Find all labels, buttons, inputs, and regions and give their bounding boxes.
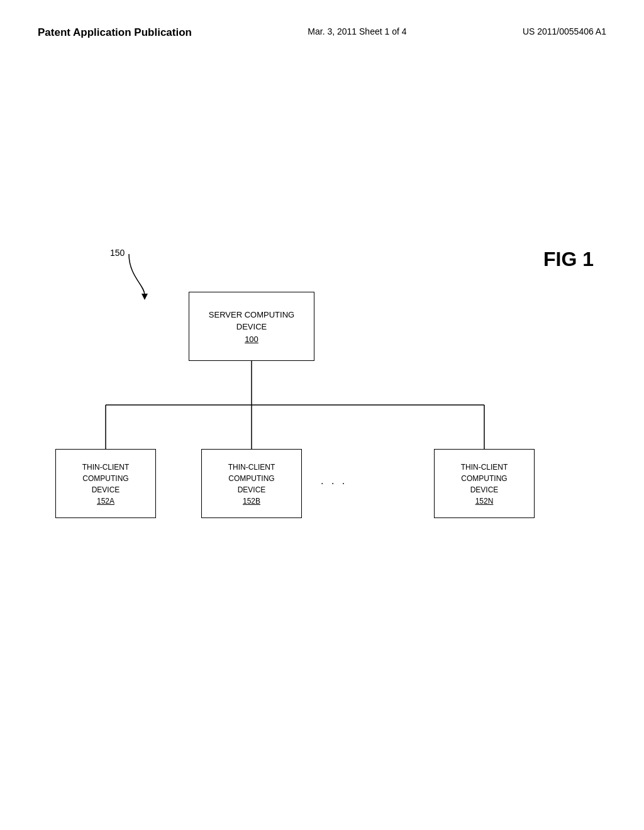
publication-label: Patent Application Publication — [38, 25, 192, 40]
client-b-label-line1: THIN-CLIENT — [228, 462, 275, 473]
figure-label: FIG 1 — [543, 248, 594, 271]
server-label-line1: SERVER COMPUTING — [209, 309, 294, 321]
client-a-label-line2: COMPUTING — [82, 473, 128, 484]
client-b-ref-number: 152B — [243, 497, 260, 506]
client-n-label-line1: THIN-CLIENT — [461, 462, 508, 473]
client-n-label-line2: COMPUTING — [461, 473, 507, 484]
client-b-label-line2: COMPUTING — [228, 473, 274, 484]
client-box-152n: THIN-CLIENT COMPUTING DEVICE 152N — [434, 449, 535, 518]
server-computing-device-box: SERVER COMPUTING DEVICE 100 — [189, 292, 314, 361]
svg-marker-0 — [142, 294, 148, 300]
server-ref-number: 100 — [245, 335, 258, 344]
client-n-label-line3: DEVICE — [470, 484, 499, 495]
connector-lines — [0, 53, 644, 807]
date-sheet-label: Mar. 3, 2011 Sheet 1 of 4 — [308, 25, 406, 38]
client-n-ref-number: 152N — [475, 497, 494, 506]
page-header: Patent Application Publication Mar. 3, 2… — [0, 0, 644, 53]
client-b-label-line3: DEVICE — [238, 484, 266, 495]
server-label-line2: DEVICE — [236, 321, 267, 333]
patent-number-label: US 2011/0055406 A1 — [523, 25, 606, 38]
ref-150-label: 150 — [110, 248, 125, 258]
client-a-label-line3: DEVICE — [92, 484, 120, 495]
arrow-150-svg — [110, 251, 154, 301]
client-a-label-line1: THIN-CLIENT — [82, 462, 130, 473]
client-box-152b: THIN-CLIENT COMPUTING DEVICE 152B — [201, 449, 302, 518]
client-a-ref-number: 152A — [97, 497, 114, 506]
ellipsis-label: · · · — [321, 478, 347, 489]
diagram-area: FIG 1 150 SERVER COMPUTING DEVICE 100 TH… — [0, 53, 644, 807]
client-box-152a: THIN-CLIENT COMPUTING DEVICE 152A — [55, 449, 156, 518]
